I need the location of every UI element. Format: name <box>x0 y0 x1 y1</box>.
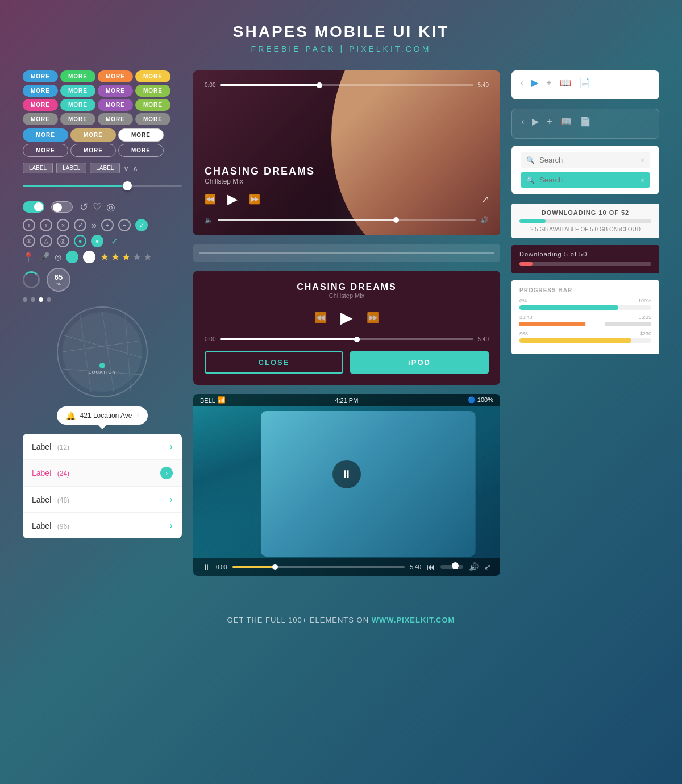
btn-more-13[interactable]: MORE <box>23 113 58 125</box>
search-input-2[interactable] <box>539 176 636 184</box>
slider-track[interactable] <box>23 185 182 187</box>
btn-wide-1[interactable]: MORE <box>23 128 68 142</box>
star-1: ★ <box>100 251 109 263</box>
toggle-on[interactable] <box>23 201 44 213</box>
nav-bookmarks-icon[interactable]: 📖 <box>560 77 571 88</box>
dot-1 <box>23 297 27 302</box>
btn-more-3[interactable]: MORE <box>98 70 133 82</box>
p2-play[interactable]: ▶ <box>340 308 353 327</box>
btn-more-2[interactable]: MORE <box>60 70 95 82</box>
label-badge-2: LABEL <box>56 163 86 173</box>
svg-line-5 <box>125 312 131 392</box>
carrier-text: BELL <box>200 397 215 404</box>
btn-wide-5[interactable]: MORE <box>70 144 116 157</box>
toggle-off[interactable] <box>51 201 73 213</box>
volume-fill <box>218 219 398 221</box>
download-section: DOWNLOADING 10 OF 52 2.5 GB AVAILABLE OF… <box>512 204 659 238</box>
fullscreen-button[interactable]: ⤢ <box>481 194 489 205</box>
p2-time-end: 5:40 <box>478 336 489 342</box>
list-item[interactable]: Label (12) › <box>23 434 182 460</box>
btn-more-11[interactable]: MORE <box>98 99 133 111</box>
p2-rewind[interactable]: ⏪ <box>314 312 327 324</box>
player-progress-track[interactable] <box>220 84 473 86</box>
search-row-2: 🔍 × <box>521 172 650 188</box>
pause-button[interactable]: ⏸ <box>332 460 361 488</box>
refresh-icon[interactable]: ↺ <box>80 201 88 213</box>
clear-icon-1[interactable]: × <box>641 156 644 164</box>
btn-more-6[interactable]: MORE <box>60 85 95 97</box>
icon-info2: i <box>40 219 52 231</box>
nav-share-icon[interactable]: 📄 <box>579 77 590 88</box>
vid-progress-thumb <box>272 564 278 570</box>
center-column: 0:00 5:40 CHASING DREAMS Chillstep Mix ⏪… <box>193 70 500 576</box>
player-controls: ⏪ ▶ ⏩ ⤢ <box>205 191 489 207</box>
nav-add-2[interactable]: + <box>547 117 552 127</box>
vid-progress-track[interactable] <box>232 566 404 568</box>
footer-link[interactable]: WWW.PIXELKIT.COM <box>372 616 455 624</box>
stars-rating: ★ ★ ★ ★ ★ <box>100 251 152 263</box>
btn-more-1[interactable]: MORE <box>23 70 58 82</box>
nav-book-2[interactable]: 📖 <box>560 116 572 127</box>
storage-text: 2.5 GB AVAILABLE OF 5.0 GB ON iCLOUD <box>519 226 651 233</box>
icon-minus[interactable]: − <box>118 219 131 231</box>
icon-plus[interactable]: + <box>101 219 114 231</box>
btn-more-12[interactable]: MORE <box>135 99 170 111</box>
fastforward-button[interactable]: ⏩ <box>249 194 260 205</box>
btn-row-5: MORE MORE MORE <box>23 128 182 142</box>
pb-white <box>585 322 605 326</box>
close-button[interactable]: CLOSE <box>205 351 343 374</box>
play-button[interactable]: ▶ <box>227 191 238 207</box>
btn-row-1: MORE MORE MORE MORE <box>23 70 182 82</box>
icon-checkbox[interactable]: ✓ <box>135 219 148 231</box>
search-input-1[interactable] <box>539 156 636 164</box>
clear-icon-2[interactable]: × <box>641 176 644 184</box>
btn-wide-2[interactable]: MORE <box>70 128 116 142</box>
btn-more-14[interactable]: MORE <box>60 113 95 125</box>
btn-more-8[interactable]: MORE <box>135 85 170 97</box>
btn-more-4[interactable]: MORE <box>135 70 170 82</box>
vid-fullscreen[interactable]: ⤢ <box>484 562 491 571</box>
nav-doc-2[interactable]: 📄 <box>580 116 591 127</box>
btn-more-9[interactable]: MORE <box>23 99 58 111</box>
phone-right: 🔵 100% <box>468 396 493 404</box>
map-svg <box>63 312 142 392</box>
nav-add-icon[interactable]: + <box>546 78 551 88</box>
search-icon-2: 🔍 <box>526 176 535 184</box>
vid-volume-icon[interactable]: 🔊 <box>469 562 479 571</box>
rewind-button[interactable]: ⏪ <box>205 194 216 205</box>
vid-vol-track[interactable] <box>440 565 463 569</box>
pb-track-3 <box>519 338 651 343</box>
nav-back-2[interactable]: ‹ <box>521 117 524 127</box>
nav-back-icon[interactable]: ‹ <box>521 78 523 88</box>
btn-wide-6[interactable]: MORE <box>118 144 164 157</box>
player2-buttons: CLOSE iPOD <box>205 351 489 374</box>
nav-forward-icon[interactable]: ▶ <box>531 77 538 88</box>
volume-track[interactable] <box>218 219 476 221</box>
slider-thumb[interactable] <box>123 181 132 190</box>
btn-more-7[interactable]: MORE <box>98 85 133 97</box>
btn-more-16[interactable]: MORE <box>135 113 170 125</box>
nav-icons-1: ‹ ▶ + 📖 📄 <box>521 77 650 88</box>
list-item-2[interactable]: Label (48) › <box>23 487 182 513</box>
p2-progress-track[interactable] <box>220 338 473 340</box>
btn-more-15[interactable]: MORE <box>98 113 133 125</box>
vid-play-pause[interactable]: ⏸ <box>202 562 210 571</box>
footer: GET THE FULL 100+ ELEMENTS ON WWW.PIXELK… <box>0 599 682 636</box>
chat-icon[interactable]: ◎ <box>106 201 115 213</box>
ipod-button[interactable]: iPOD <box>350 351 489 374</box>
location-tooltip[interactable]: 🔔 421 Location Ave › <box>57 406 148 425</box>
btn-row-4: MORE MORE MORE MORE <box>23 113 182 125</box>
star-empty-2: ★ <box>143 251 152 263</box>
svg-line-4 <box>102 312 114 392</box>
btn-wide-4[interactable]: MORE <box>23 144 68 157</box>
list-item-3[interactable]: Label (96) › <box>23 513 182 538</box>
vid-prev[interactable]: ⏮ <box>427 562 435 571</box>
nav-forward-2[interactable]: ▶ <box>532 116 539 127</box>
list-item-active[interactable]: Label (24) › <box>23 460 182 487</box>
btn-more-10[interactable]: MORE <box>60 99 95 111</box>
heart-icon[interactable]: ♡ <box>93 201 102 213</box>
p2-forward[interactable]: ⏩ <box>367 312 379 324</box>
btn-more-5[interactable]: MORE <box>23 85 58 97</box>
btn-wide-3[interactable]: MORE <box>118 128 164 142</box>
tooltip-arrow-icon: › <box>136 412 139 420</box>
